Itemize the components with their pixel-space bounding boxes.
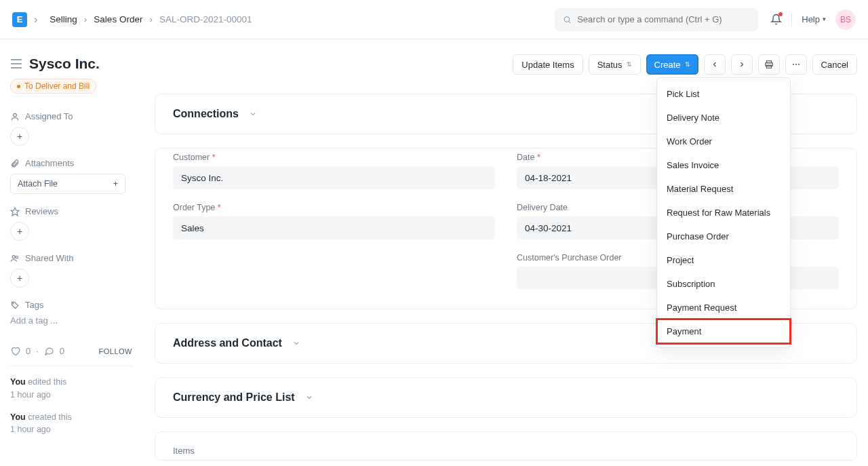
menu-toggle[interactable] bbox=[10, 59, 22, 69]
sidebar-tags: Tags Add a tag ... bbox=[10, 300, 132, 326]
sort-icon: ⇅ bbox=[685, 61, 690, 68]
customer-input[interactable]: Sysco Inc. bbox=[173, 166, 495, 189]
nav-left: E › Selling › Sales Order › SAL-ORD-2021… bbox=[12, 12, 252, 27]
reviews-label: Reviews bbox=[25, 206, 58, 216]
more-button[interactable] bbox=[785, 54, 807, 75]
field-customer: Customer * Sysco Inc. bbox=[173, 153, 495, 189]
status-button[interactable]: Status ⇅ bbox=[589, 54, 641, 75]
user-avatar[interactable]: BS bbox=[835, 9, 856, 30]
breadcrumb-current: SAL-ORD-2021-00001 bbox=[159, 14, 252, 24]
status-button-label: Status bbox=[597, 60, 623, 70]
help-menu[interactable]: Help ▾ bbox=[802, 14, 826, 24]
navbar: E › Selling › Sales Order › SAL-ORD-2021… bbox=[0, 0, 868, 39]
activity-entry: You edited this 1 hour ago bbox=[10, 376, 132, 402]
chevron-down-icon: ▾ bbox=[823, 16, 826, 22]
attach-file-button[interactable]: Attach File + bbox=[10, 174, 125, 194]
svg-marker-6 bbox=[11, 208, 19, 216]
sidebar-assigned-to: Assigned To + bbox=[10, 111, 132, 146]
activity-actor: You bbox=[10, 412, 26, 422]
main-content: Update Items Status ⇅ Create ⇅ Cancel bbox=[142, 39, 868, 466]
chevron-right-icon: › bbox=[34, 14, 37, 26]
divider bbox=[791, 13, 792, 26]
notifications-button[interactable] bbox=[770, 14, 782, 25]
breadcrumb-selling[interactable]: Selling bbox=[50, 14, 77, 24]
chevron-right-icon: › bbox=[149, 14, 153, 24]
sidebar-reviews: Reviews + bbox=[10, 206, 132, 241]
print-button[interactable] bbox=[758, 54, 780, 75]
divider bbox=[10, 366, 132, 366]
items-toggle[interactable]: Items bbox=[155, 432, 856, 460]
svg-point-5 bbox=[14, 113, 17, 117]
address-title: Address and Contact bbox=[173, 337, 282, 349]
help-label: Help bbox=[802, 14, 820, 24]
customer-label: Customer * bbox=[173, 153, 495, 162]
prev-button[interactable] bbox=[704, 54, 726, 75]
dd-project[interactable]: Project bbox=[657, 248, 790, 272]
dd-sales-invoice[interactable]: Sales Invoice bbox=[657, 153, 790, 177]
svg-point-9 bbox=[13, 303, 14, 303]
plus-icon: + bbox=[113, 179, 118, 189]
dots-icon bbox=[791, 60, 801, 69]
dd-delivery-note[interactable]: Delivery Note bbox=[657, 106, 790, 130]
svg-point-7 bbox=[12, 255, 15, 258]
title-row: Sysco Inc. To Deliver and Bill bbox=[10, 56, 132, 94]
add-review-button[interactable]: + bbox=[10, 222, 29, 241]
action-bar: Update Items Status ⇅ Create ⇅ Cancel bbox=[513, 54, 857, 75]
sidebar: Sysco Inc. To Deliver and Bill Assigned … bbox=[0, 39, 142, 466]
chevron-down-icon bbox=[304, 393, 313, 402]
svg-point-15 bbox=[798, 64, 800, 65]
follow-button[interactable]: FOLLOW bbox=[99, 347, 132, 355]
currency-toggle[interactable]: Currency and Price List bbox=[155, 378, 856, 417]
field-order-type: Order Type * Sales bbox=[173, 203, 495, 239]
dd-material-request[interactable]: Material Request bbox=[657, 177, 790, 201]
svg-point-0 bbox=[564, 16, 570, 22]
svg-point-13 bbox=[792, 64, 793, 65]
user-icon bbox=[10, 112, 20, 121]
cancel-button[interactable]: Cancel bbox=[812, 54, 857, 75]
printer-icon bbox=[764, 60, 774, 69]
activity-entry: You created this 1 hour ago bbox=[10, 411, 132, 437]
status-label: To Deliver and Bill bbox=[24, 81, 90, 91]
chevron-right-icon: › bbox=[84, 14, 87, 24]
sort-icon: ⇅ bbox=[627, 61, 632, 68]
search-input[interactable] bbox=[577, 14, 750, 24]
order-type-input[interactable]: Sales bbox=[173, 216, 495, 239]
dd-request-raw-materials[interactable]: Request for Raw Materials bbox=[657, 201, 790, 225]
comment-icon[interactable] bbox=[44, 346, 54, 356]
like-count: 0 bbox=[26, 346, 31, 356]
attach-file-label: Attach File bbox=[18, 179, 58, 189]
svg-line-1 bbox=[569, 21, 570, 22]
heart-icon[interactable] bbox=[10, 346, 20, 356]
dd-pick-list[interactable]: Pick List bbox=[657, 82, 790, 106]
dd-payment[interactable]: Payment bbox=[657, 319, 790, 343]
app-logo[interactable]: E bbox=[12, 12, 27, 27]
svg-point-14 bbox=[795, 64, 796, 65]
add-tag-input[interactable]: Add a tag ... bbox=[10, 315, 132, 326]
add-assignee-button[interactable]: + bbox=[10, 127, 29, 146]
chevron-down-icon bbox=[249, 110, 258, 119]
star-icon bbox=[10, 207, 20, 216]
dd-subscription[interactable]: Subscription bbox=[657, 272, 790, 296]
activity-time: 1 hour ago bbox=[10, 389, 132, 402]
chevron-right-icon bbox=[738, 60, 746, 69]
chevron-left-icon bbox=[711, 60, 719, 69]
create-button[interactable]: Create ⇅ bbox=[646, 54, 698, 75]
nav-right: Help ▾ BS bbox=[770, 9, 856, 30]
chevron-down-icon bbox=[292, 339, 301, 348]
create-button-label: Create bbox=[654, 60, 681, 70]
update-items-button[interactable]: Update Items bbox=[513, 54, 583, 75]
add-share-button[interactable]: + bbox=[10, 269, 29, 288]
menu-icon bbox=[10, 59, 22, 69]
breadcrumb-sales-order[interactable]: Sales Order bbox=[94, 14, 142, 24]
card-currency: Currency and Price List bbox=[155, 377, 857, 418]
tag-icon bbox=[10, 300, 20, 310]
dd-work-order[interactable]: Work Order bbox=[657, 130, 790, 153]
dd-purchase-order[interactable]: Purchase Order bbox=[657, 225, 790, 248]
comment-count: 0 bbox=[60, 346, 64, 356]
social-row: 0 · 0 FOLLOW bbox=[10, 346, 132, 356]
next-button[interactable] bbox=[731, 54, 753, 75]
dd-payment-request[interactable]: Payment Request bbox=[657, 296, 790, 319]
global-search[interactable] bbox=[555, 8, 758, 31]
tags-label: Tags bbox=[25, 300, 43, 310]
sidebar-shared-with: Shared With + bbox=[10, 253, 132, 288]
